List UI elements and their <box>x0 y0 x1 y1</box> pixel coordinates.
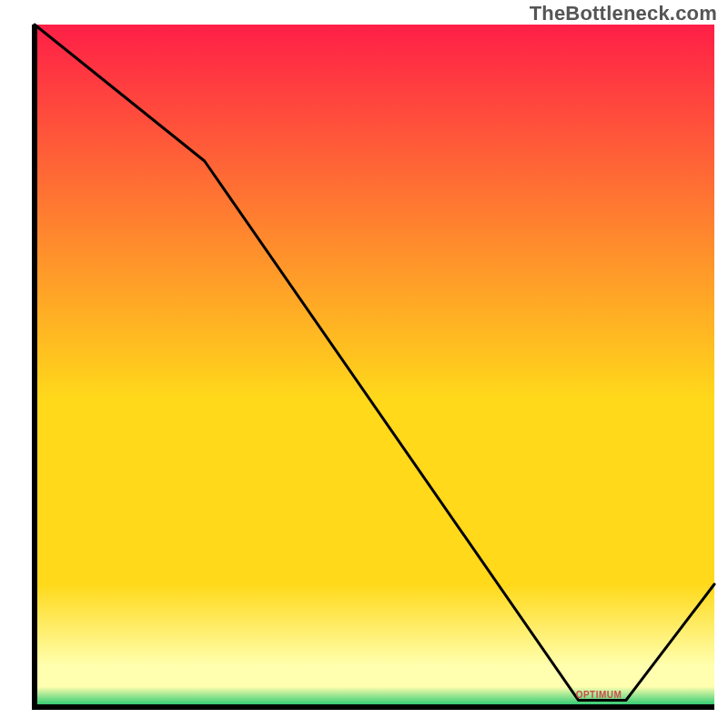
plot-gradient-background <box>35 25 714 707</box>
optimum-marker: OPTIMUM <box>576 690 622 700</box>
bottleneck-chart: OPTIMUM <box>0 0 728 728</box>
chart-frame: TheBottleneck.com OPTIMUM <box>0 0 728 728</box>
